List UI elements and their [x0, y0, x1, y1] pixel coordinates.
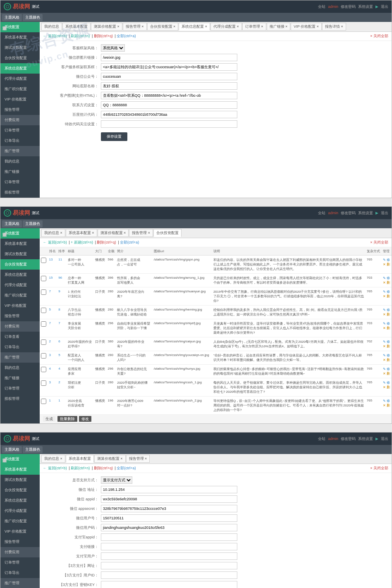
nav-tab[interactable]: 系统基本配置 [66, 455, 94, 463]
form-input[interactable] [101, 92, 237, 99]
exit-link[interactable]: 退出 [381, 210, 388, 216]
sidebar-item[interactable]: 报告管理 [0, 537, 40, 547]
row-checkbox[interactable] [41, 276, 46, 281]
exit-link[interactable]: 退出 [381, 4, 388, 10]
del-icon[interactable]: ✕ 删 [383, 313, 390, 316]
sidebar-item[interactable]: 推广积分配置 [0, 290, 40, 301]
form-input[interactable] [101, 486, 237, 493]
sidebar-item[interactable]: 推广管理 [0, 352, 40, 363]
form-input[interactable] [101, 63, 237, 71]
foot-gen[interactable]: 生成 [43, 416, 55, 422]
del-icon[interactable]: ✕ 删 [383, 358, 390, 362]
sidebar-item[interactable]: 付费应用 [0, 321, 40, 332]
sidebar-item[interactable]: 推广积分配置 [0, 516, 40, 526]
delete-btn[interactable]: 删除(ctrl+q) [97, 240, 116, 244]
form-input[interactable] [101, 543, 237, 550]
row-checkbox[interactable] [41, 339, 46, 345]
sidebar-item[interactable]: 订单导出 [0, 342, 40, 352]
form-input[interactable]: 系统风格 [101, 44, 125, 52]
nav-tab[interactable]: 推广链接 × [267, 23, 291, 31]
row-checkbox[interactable] [41, 367, 46, 372]
nav-tab[interactable]: 我的信息 [41, 23, 62, 31]
back-btn[interactable]: ← 返回(ctrl+b) [43, 240, 67, 244]
sidebar-item[interactable]: 推广管理 [0, 146, 40, 156]
form-input[interactable] [101, 562, 237, 569]
theme-style-btn[interactable]: 主题风格 [2, 14, 22, 21]
form-input[interactable] [101, 120, 237, 128]
delete-btn[interactable]: 删除(ctrl+q) [94, 34, 113, 38]
all-btn[interactable]: 全部(ctrl+a) [120, 240, 139, 244]
edit-icon[interactable]: ✎ 修 [383, 367, 390, 371]
nav-tab[interactable]: 系统基本配置 [62, 23, 91, 31]
save-button[interactable]: 保存设置 [101, 132, 127, 141]
theme-style-btn[interactable]: 主题风格 [2, 446, 22, 453]
change-pwd-link[interactable]: 修改密码 [341, 4, 356, 10]
row-checkbox[interactable] [41, 258, 46, 263]
sidebar-item[interactable]: 订单管理 [0, 557, 40, 568]
back-btn[interactable]: ← 返回(ctrl+b) [43, 34, 67, 38]
form-input[interactable] [101, 571, 237, 579]
close-all-btn[interactable]: × 关闭全部 [370, 240, 388, 245]
form-input[interactable] [101, 524, 237, 531]
form-input[interactable] [101, 581, 237, 588]
sidebar-item[interactable]: 付费应用 [0, 115, 40, 125]
del-icon[interactable]: ✕ 删 [383, 344, 390, 348]
form-input[interactable] [101, 73, 237, 80]
sidebar-item[interactable]: 付费应用 [0, 547, 40, 557]
theme-color-btn[interactable]: 主题颜色 [23, 220, 43, 227]
nav-tab[interactable]: 合伙投资配置 [153, 229, 182, 237]
del-icon[interactable]: ✕ 删 [383, 404, 390, 407]
sidebar-item[interactable]: 系统基本配置 [0, 32, 40, 43]
nav-tab[interactable]: 合伙投资配置 × [147, 23, 179, 31]
sidebar-item[interactable]: 测试次数配置 [0, 249, 40, 259]
sidebar-item[interactable]: 订单导出 [0, 136, 40, 146]
sidebar-item[interactable]: 推广管理 [0, 578, 40, 588]
sidebar-item[interactable]: VIP 价格配置 [0, 526, 40, 537]
nav-tab[interactable]: 报告详情 × [322, 23, 346, 31]
sidebar-item[interactable]: 订单查看 [0, 332, 40, 342]
edit-icon[interactable]: ✎ 修 [383, 340, 390, 344]
theme-color-btn[interactable]: 主题颜色 [23, 446, 43, 453]
sidebar-item[interactable]: 合伙投资配置 [0, 259, 40, 270]
row-checkbox[interactable] [41, 380, 46, 386]
edit-icon[interactable]: ✎ 修 [383, 322, 390, 325]
sidebar-item[interactable]: 推广积分配置 [0, 84, 40, 94]
all-btn[interactable]: 全部(ctrl+a) [117, 34, 136, 38]
admin-name[interactable]: admin [328, 5, 338, 9]
nav-tab[interactable]: 报告管理 × [126, 455, 150, 463]
del-icon[interactable]: ✕ 删 [383, 385, 390, 389]
sys-set-link[interactable]: 系统设置 [358, 436, 373, 442]
sidebar-item[interactable]: 系统基本配置 [0, 239, 40, 249]
row-checkbox[interactable] [41, 353, 46, 359]
sidebar-item[interactable]: 测试次数配置 [0, 43, 40, 53]
refresh-btn[interactable]: 刷新(ctrl+n) [71, 34, 90, 38]
nav-tab[interactable]: 测算价格配置 × [98, 229, 129, 237]
form-input[interactable] [101, 552, 237, 560]
form-input[interactable] [101, 111, 237, 118]
sidebar-item[interactable]: 授权管理 [0, 187, 40, 198]
nav-tab[interactable]: 测算价格配置 × [94, 455, 126, 463]
edit-icon[interactable]: ✎ 修 [383, 308, 390, 312]
nav-tab[interactable]: 报告管理 × [129, 229, 153, 237]
sidebar-item[interactable]: 系统信息配置 [0, 63, 40, 74]
admin-name[interactable]: admin [328, 211, 338, 215]
form-input[interactable]: 显示支付方式 [101, 476, 132, 484]
form-input[interactable] [101, 533, 237, 541]
edit-icon[interactable]: ✎ 修 [383, 399, 390, 403]
sidebar-item[interactable]: 我的信息 [0, 156, 40, 167]
sidebar-item[interactable]: 代理分成配置 [0, 506, 40, 516]
nav-tab[interactable]: 代理分成配置 × [210, 23, 242, 31]
sidebar-item[interactable]: 订单管理 [0, 383, 40, 394]
nav-tab[interactable]: 订单管理 × [242, 23, 266, 31]
nav-tab[interactable]: 系统信息配置 × [179, 23, 210, 31]
change-pwd-link[interactable]: 修改密码 [341, 436, 356, 442]
sidebar-item[interactable]: 代理分成配置 [0, 74, 40, 84]
foot-edit[interactable]: 修改 [79, 416, 91, 422]
del-icon[interactable]: ✕ 删 [383, 263, 390, 266]
sidebar-item[interactable]: VIP 价格配置 [0, 94, 40, 105]
form-input[interactable] [101, 505, 237, 512]
theme-style-btn[interactable]: 主题风格 [2, 220, 22, 227]
sidebar-item[interactable]: 报告管理 [0, 311, 40, 321]
sidebar-item[interactable]: 系统信息配置 [0, 270, 40, 280]
del-icon[interactable]: ✕ 删 [383, 294, 390, 298]
